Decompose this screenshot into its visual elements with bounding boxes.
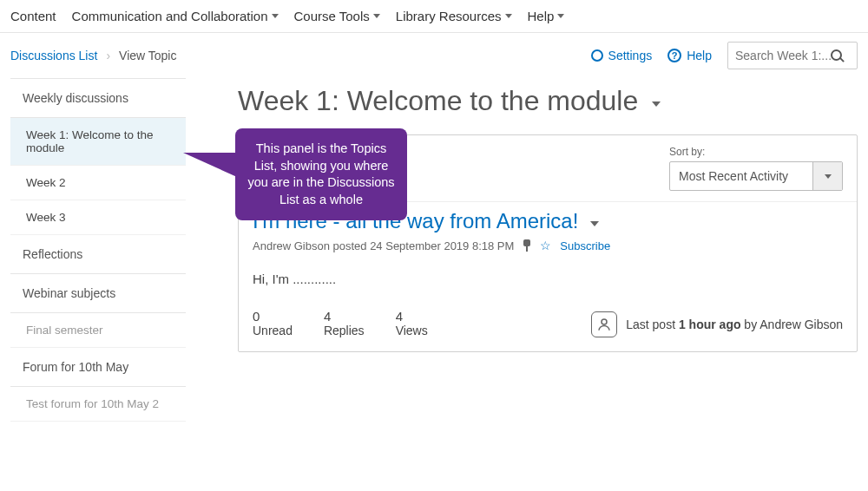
svg-point-0 <box>602 319 607 324</box>
stat-replies: 4Replies <box>324 309 365 337</box>
nav-course-tools[interactable]: Course Tools <box>294 9 380 23</box>
page-title[interactable]: Week 1: Welcome to the module <box>238 78 858 134</box>
sort-label: Sort by: <box>669 146 843 158</box>
help-icon: ? <box>667 49 681 62</box>
chevron-down-icon <box>272 14 279 18</box>
sort-dropdown[interactable]: Most Recent Activity <box>669 161 843 191</box>
chevron-down-icon <box>825 174 832 179</box>
nav-help[interactable]: Help <box>528 9 565 23</box>
nav-communication[interactable]: Communication and Collaboration <box>72 9 279 23</box>
thread-snippet: Hi, I'm ............ <box>253 272 843 286</box>
search-box[interactable] <box>727 42 858 69</box>
crumb-current: View Topic <box>119 49 176 62</box>
nav-library[interactable]: Library Resources <box>396 9 512 23</box>
chevron-down-icon <box>590 221 599 226</box>
tutorial-callout: This panel is the Topics List, showing y… <box>235 128 407 220</box>
chevron-right-icon: › <box>106 49 110 62</box>
top-nav: Content Communication and Collaboration … <box>0 0 868 33</box>
search-icon[interactable] <box>831 49 843 62</box>
sidebar-item-testforum[interactable]: Test forum for 10th May 2 <box>10 387 186 422</box>
sidebar-head-webinar[interactable]: Webinar subjects <box>10 274 186 313</box>
stat-unread: 0Unread <box>253 309 293 337</box>
sidebar-item-week1[interactable]: Week 1: Welcome to the module <box>10 118 186 166</box>
thread-meta-text: Andrew Gibson posted 24 September 2019 8… <box>253 239 514 252</box>
settings-link[interactable]: Settings <box>591 49 653 62</box>
breadcrumb: Discussions List › View Topic <box>10 49 176 62</box>
chevron-down-icon <box>557 14 564 18</box>
chevron-down-icon <box>505 14 512 18</box>
topics-sidebar: Weekly discussions Week 1: Welcome to th… <box>10 78 186 422</box>
crumb-discussions-list[interactable]: Discussions List <box>10 49 97 62</box>
search-input[interactable] <box>735 49 831 62</box>
stat-views: 4Views <box>396 309 428 337</box>
gear-icon <box>591 49 603 62</box>
chevron-down-icon <box>652 101 661 107</box>
last-post-info: Last post 1 hour ago by Andrew Gibson <box>591 311 843 337</box>
subscribe-link[interactable]: Subscribe <box>560 239 610 252</box>
chevron-down-icon <box>373 14 380 18</box>
pin-icon <box>523 239 531 252</box>
sidebar-item-week3[interactable]: Week 3 <box>10 200 186 235</box>
help-link[interactable]: ? Help <box>667 49 712 62</box>
sidebar-item-week2[interactable]: Week 2 <box>10 166 186 200</box>
star-icon[interactable]: ☆ <box>540 239 551 252</box>
nav-content[interactable]: Content <box>10 9 56 23</box>
sidebar-item-final[interactable]: Final semester <box>10 313 186 348</box>
avatar-icon <box>591 311 617 337</box>
sidebar-head-reflections[interactable]: Reflections <box>10 235 186 274</box>
sidebar-head-weekly[interactable]: Weekly discussions <box>10 79 186 118</box>
sidebar-head-forum10[interactable]: Forum for 10th May <box>10 348 186 387</box>
